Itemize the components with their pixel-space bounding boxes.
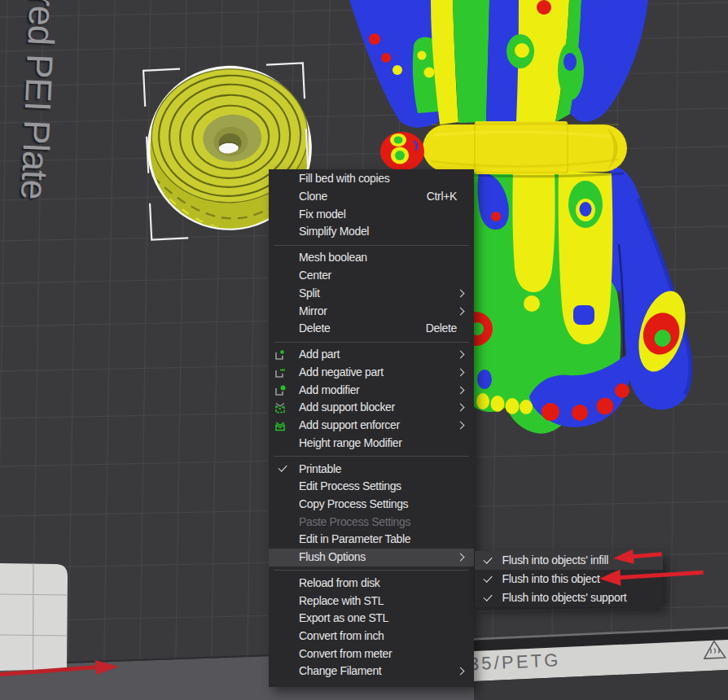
svg-text:35/PETG: 35/PETG: [468, 650, 561, 674]
